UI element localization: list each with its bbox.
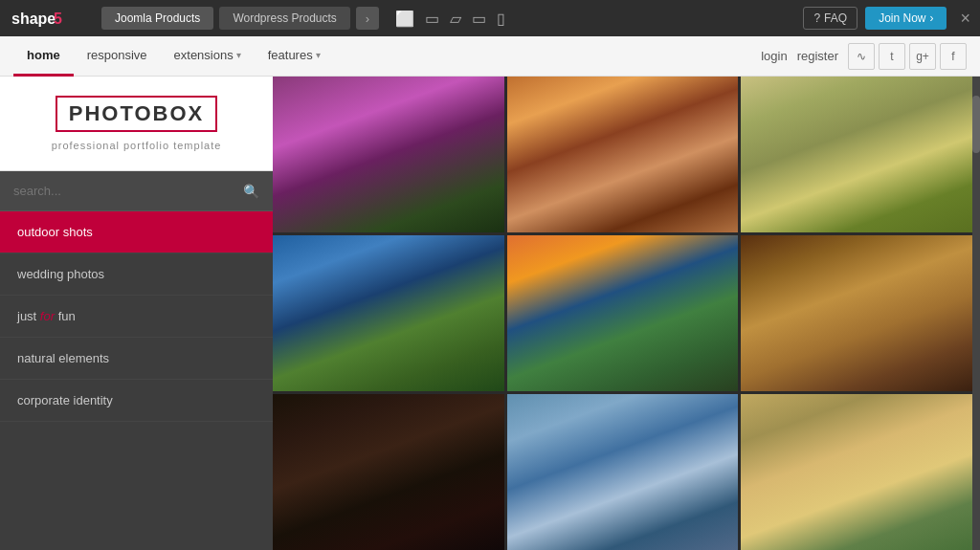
wordpress-products-button[interactable]: Wordpress Products — [219, 7, 350, 30]
sidebar-item-just-for-fun[interactable]: just for fun — [0, 296, 273, 338]
twitter-icon[interactable]: t — [879, 43, 905, 70]
navbar: home responsive extensions ▾ features ▾ … — [0, 36, 980, 77]
top-bar: shape 5 Joomla Products Wordpress Produc… — [0, 0, 980, 36]
nav-extensions[interactable]: extensions ▾ — [161, 36, 255, 77]
question-icon: ? — [813, 11, 820, 25]
search-box: 🔍 — [0, 171, 273, 211]
gallery-image-rhino-beach[interactable] — [741, 394, 972, 550]
gallery-image-floating-house[interactable] — [741, 77, 972, 232]
brand-subtitle: professional portfolio template — [19, 140, 254, 151]
topbar-right: ? FAQ Join Now › × — [803, 7, 970, 30]
extensions-arrow-icon: ▾ — [236, 50, 241, 60]
gallery-image-hot-air-balloons[interactable] — [507, 235, 739, 391]
svg-text:5: 5 — [54, 11, 62, 27]
products-arrow-button[interactable]: › — [356, 7, 379, 30]
sidebar-menu: outdoor shots wedding photos just for fu… — [0, 211, 273, 550]
desktop-icon[interactable]: ⬜ — [392, 8, 417, 30]
nav-features[interactable]: features ▾ — [255, 36, 334, 77]
tablet-small-icon[interactable]: ▭ — [469, 8, 489, 30]
sidebar-item-natural-elements[interactable]: natural elements — [0, 338, 273, 380]
google-plus-icon[interactable]: g+ — [909, 43, 936, 70]
brand-title: PHOTOBOX — [56, 96, 218, 132]
nav-home[interactable]: home — [13, 36, 74, 77]
svg-text:shape: shape — [11, 11, 56, 27]
gallery-image-purple-field[interactable] — [273, 77, 504, 232]
gallery-image-lake-mountain[interactable] — [273, 235, 504, 391]
main-content: PHOTOBOX professional portfolio template… — [0, 77, 980, 550]
search-input[interactable] — [13, 184, 243, 198]
facebook-icon[interactable]: f — [940, 43, 967, 70]
tablet-icon[interactable]: ▱ — [447, 8, 464, 30]
laptop-icon[interactable]: ▭ — [422, 8, 442, 30]
register-link[interactable]: register — [797, 49, 838, 63]
gallery — [273, 77, 972, 550]
close-button[interactable]: × — [960, 9, 970, 29]
gallery-image-dark-portrait[interactable] — [273, 394, 504, 550]
join-now-button[interactable]: Join Now › — [865, 7, 947, 30]
screen-size-icons: ⬜ ▭ ▱ ▭ ▯ — [392, 8, 508, 30]
sidebar-item-outdoor-shots[interactable]: outdoor shots — [0, 211, 273, 253]
gallery-image-pelicans-pier[interactable] — [507, 394, 739, 550]
nav-responsive[interactable]: responsive — [74, 36, 161, 77]
search-icon[interactable]: 🔍 — [243, 184, 259, 199]
features-arrow-icon: ▾ — [316, 50, 321, 60]
brand-box: PHOTOBOX professional portfolio template — [0, 77, 273, 171]
sidebar-item-wedding-photos[interactable]: wedding photos — [0, 253, 273, 296]
rss-icon[interactable]: ∿ — [848, 43, 875, 70]
gallery-image-golden-bust[interactable] — [741, 235, 972, 391]
mobile-icon[interactable]: ▯ — [494, 8, 508, 30]
scrollbar-thumb[interactable] — [972, 96, 980, 153]
scrollbar[interactable] — [972, 77, 980, 550]
sidebar-item-corporate-identity[interactable]: corporate identity — [0, 380, 273, 422]
login-link[interactable]: login — [761, 49, 787, 63]
sidebar: PHOTOBOX professional portfolio template… — [0, 77, 273, 550]
navbar-right: login register ∿ t g+ f — [761, 43, 967, 70]
arrow-right-icon: › — [929, 11, 933, 25]
social-icons: ∿ t g+ f — [848, 43, 967, 70]
joomla-products-button[interactable]: Joomla Products — [101, 7, 213, 30]
logo: shape 5 — [10, 8, 86, 29]
faq-button[interactable]: ? FAQ — [803, 7, 858, 30]
gallery-image-fashion-girl[interactable] — [507, 77, 739, 232]
